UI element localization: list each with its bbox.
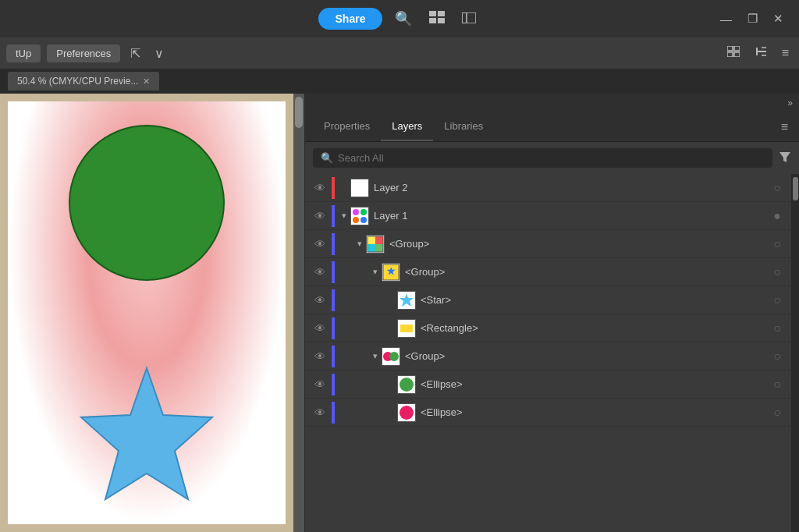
visibility-icon[interactable]: 👁 xyxy=(311,210,328,222)
layer-circle-button[interactable]: ○ xyxy=(769,349,785,364)
title-bar: Share 🔍 — ❐ ✕ xyxy=(0,0,799,37)
preferences-button[interactable]: Preferences xyxy=(47,44,120,62)
layer-color-bar xyxy=(332,261,335,283)
visibility-icon[interactable]: 👁 xyxy=(311,182,328,194)
tab-properties[interactable]: Properties xyxy=(313,112,381,141)
svg-rect-20 xyxy=(368,236,375,244)
tab-label: 50.4 % (CMYK/CPU Previe... xyxy=(17,76,138,87)
document-tab[interactable]: 50.4 % (CMYK/CPU Previe... ✕ xyxy=(8,72,159,90)
canvas-scrollbar[interactable] xyxy=(293,94,304,532)
svg-rect-21 xyxy=(375,236,383,244)
right-panel: » Properties Layers Libraries ≡ 🔍 xyxy=(304,94,799,532)
tab-close-icon[interactable]: ✕ xyxy=(143,76,150,87)
layer-color-bar xyxy=(332,346,335,367)
layer-name: <Group> xyxy=(389,238,769,250)
layer-thumbnail xyxy=(397,291,416,310)
list-icon[interactable]: ≡ xyxy=(778,44,793,62)
expand-icon[interactable]: ▾ xyxy=(369,267,382,277)
layer-thumbnail xyxy=(382,263,400,282)
search-input-wrap: 🔍 xyxy=(313,148,772,168)
layer-circle-button[interactable]: ○ xyxy=(769,321,785,335)
svg-rect-6 xyxy=(727,46,733,51)
svg-point-19 xyxy=(360,217,367,223)
canvas-document xyxy=(8,101,286,524)
cursor-icon[interactable]: ⇱ xyxy=(126,44,144,63)
layer-circle-button[interactable]: ○ xyxy=(769,293,785,307)
minimize-button[interactable]: — xyxy=(714,10,738,28)
svg-rect-3 xyxy=(438,18,445,23)
layer-circle-button[interactable]: ● xyxy=(769,209,785,223)
align-icon[interactable] xyxy=(750,44,772,62)
layer-circle-button[interactable]: ○ xyxy=(769,406,785,420)
search-input-icon: 🔍 xyxy=(321,152,333,164)
layer-name: <Rectangle> xyxy=(421,322,769,334)
green-circle xyxy=(69,125,225,281)
visibility-icon[interactable]: 👁 xyxy=(311,294,328,307)
svg-point-34 xyxy=(389,352,399,361)
blue-star xyxy=(61,353,233,524)
svg-rect-5 xyxy=(462,12,476,23)
tab-libraries[interactable]: Libraries xyxy=(433,112,494,141)
layer-circle-button[interactable]: ○ xyxy=(769,237,785,251)
tab-layers[interactable]: Layers xyxy=(381,112,433,141)
svg-rect-2 xyxy=(429,18,436,23)
svg-rect-23 xyxy=(375,244,383,252)
visibility-icon[interactable]: 👁 xyxy=(311,322,328,335)
filter-icon[interactable] xyxy=(779,151,791,166)
layer-row[interactable]: 👁 ▾ xyxy=(305,230,791,258)
title-bar-center: Share 🔍 xyxy=(318,7,481,30)
layer-thumbnail xyxy=(397,375,416,394)
title-bar-controls: — ❐ ✕ xyxy=(714,0,790,37)
layer-row[interactable]: 👁 ▾ <Group> ○ xyxy=(305,258,791,286)
svg-rect-9 xyxy=(734,52,740,57)
expand-icon[interactable]: ▾ xyxy=(353,239,366,249)
visibility-icon[interactable]: 👁 xyxy=(311,350,328,363)
grid-icon[interactable] xyxy=(424,8,449,30)
layer-color-bar xyxy=(332,205,335,227)
close-button[interactable]: ✕ xyxy=(767,9,790,28)
svg-rect-4 xyxy=(462,12,467,23)
layer-color-bar xyxy=(332,289,335,311)
layer-row[interactable]: 👁 Layer 2 ○ xyxy=(305,174,791,202)
expand-icon[interactable]: ▾ xyxy=(369,351,382,361)
layer-circle-button[interactable]: ○ xyxy=(769,378,785,392)
double-chevron-icon[interactable]: » xyxy=(787,98,793,108)
layer-color-bar xyxy=(332,374,335,395)
layer-name: <Group> xyxy=(405,266,769,278)
svg-point-17 xyxy=(360,209,367,215)
panel-icon[interactable] xyxy=(457,8,481,30)
layer-thumbnail xyxy=(350,207,369,225)
svg-rect-7 xyxy=(734,46,740,51)
layer-row[interactable]: 👁 <Ellipse> ○ xyxy=(305,399,791,427)
expand-icon[interactable]: ▾ xyxy=(338,211,350,221)
setup-button[interactable]: tUp xyxy=(6,44,41,62)
canvas-area xyxy=(0,94,304,532)
layer-row[interactable]: 👁 <Ellipse> ○ xyxy=(305,371,791,399)
panel-menu-icon[interactable]: ≡ xyxy=(778,117,791,137)
layers-list[interactable]: 👁 Layer 2 ○ 👁 ▾ xyxy=(305,174,791,532)
layer-color-bar xyxy=(332,402,335,424)
layer-circle-button[interactable]: ○ xyxy=(769,181,785,195)
layer-circle-button[interactable]: ○ xyxy=(769,265,785,279)
app-frame: Share 🔍 — ❐ ✕ tU xyxy=(0,0,799,532)
visibility-icon[interactable]: 👁 xyxy=(311,406,328,419)
layers-scrollbar[interactable] xyxy=(791,174,799,532)
restore-button[interactable]: ❐ xyxy=(741,9,764,28)
visibility-icon[interactable]: 👁 xyxy=(311,266,328,278)
visibility-icon[interactable]: 👁 xyxy=(311,378,328,391)
svg-rect-8 xyxy=(727,52,733,57)
search-icon[interactable]: 🔍 xyxy=(390,7,417,30)
canvas-viewport[interactable] xyxy=(0,94,293,532)
search-input[interactable] xyxy=(338,152,765,164)
layer-row[interactable]: 👁 ▾ <Group> ○ xyxy=(305,342,791,371)
layer-row[interactable]: 👁 <Rectangle> ○ xyxy=(305,314,791,342)
grid2-icon[interactable] xyxy=(723,44,744,62)
layer-thumbnail xyxy=(350,179,369,197)
layer-name: <Group> xyxy=(405,350,769,362)
tab-bar: 50.4 % (CMYK/CPU Previe... ✕ xyxy=(0,69,799,94)
chevron-down-icon[interactable]: ∨ xyxy=(151,44,168,63)
visibility-icon[interactable]: 👁 xyxy=(311,238,328,250)
share-button[interactable]: Share xyxy=(318,8,383,30)
layer-row[interactable]: 👁 ▾ Layer 1 ● xyxy=(305,202,791,230)
layer-row[interactable]: 👁 <Star> ○ xyxy=(305,286,791,314)
